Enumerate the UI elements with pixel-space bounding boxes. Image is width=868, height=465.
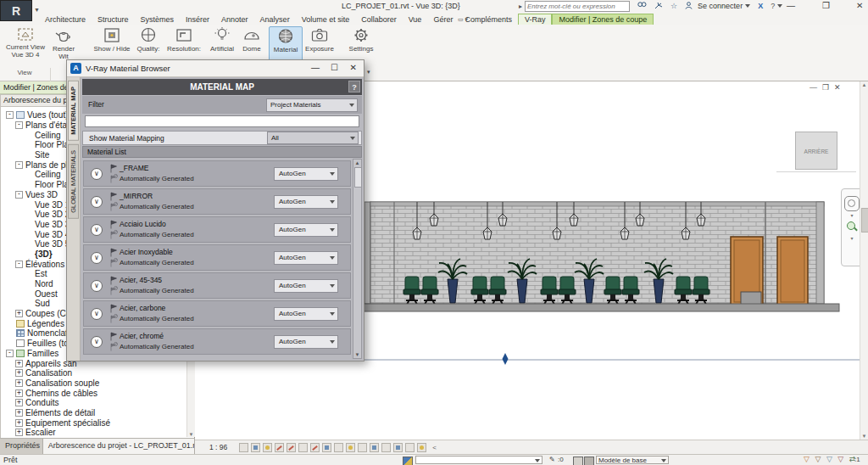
- material-assign-select[interactable]: AutoGen: [274, 307, 338, 321]
- current-view-button[interactable]: Current View Vue 3D 4: [2, 26, 49, 65]
- tree-item[interactable]: + Conduits: [3, 398, 186, 408]
- tree-expander[interactable]: +: [15, 369, 23, 377]
- dialog-close-button[interactable]: ✕: [350, 63, 357, 72]
- zoom-icon[interactable]: [847, 221, 858, 232]
- material-row[interactable]: ∨ Acciaio Lucido Automatically Generated: [83, 216, 351, 243]
- material-row[interactable]: ∨ Acier, 45-345 Automatically Generated: [83, 272, 351, 299]
- material-assign-select[interactable]: AutoGen: [274, 279, 338, 293]
- sign-in-caret[interactable]: [745, 4, 750, 8]
- app-menu-caret[interactable]: ▼: [34, 7, 40, 13]
- filter-select[interactable]: Project Materials: [266, 98, 358, 112]
- shadows-off-icon[interactable]: [275, 443, 284, 452]
- tree-item[interactable]: + Canalisation souple: [3, 378, 186, 389]
- dialog-maximize-button[interactable]: ☐: [331, 63, 338, 72]
- ribbon-tab[interactable]: Insérer: [180, 14, 215, 25]
- ribbon-tab[interactable]: Structure: [92, 14, 135, 25]
- material-assign-select[interactable]: AutoGen: [274, 223, 338, 237]
- dialog-help-button[interactable]: ?: [348, 81, 360, 92]
- canvas-scroll-up-icon[interactable]: ▲: [860, 82, 868, 87]
- tree-expander[interactable]: +: [15, 379, 23, 387]
- tree-expander[interactable]: -: [15, 191, 23, 199]
- reveal-hidden-icon[interactable]: [346, 443, 355, 452]
- filter-pinned-icon[interactable]: ▽: [826, 455, 834, 463]
- view-settings-icon[interactable]: [417, 443, 426, 452]
- tree-expander[interactable]: +: [15, 310, 23, 317]
- material-assign-select[interactable]: AutoGen: [274, 167, 338, 181]
- filter-links-icon[interactable]: ▽: [804, 455, 811, 463]
- tree-expander[interactable]: -: [15, 121, 23, 129]
- material-assign-select[interactable]: AutoGen: [274, 335, 338, 349]
- help-icon[interactable]: ?: [771, 2, 775, 10]
- exchange-apps-icon[interactable]: X: [758, 2, 763, 10]
- ribbon-tab[interactable]: Annoter: [215, 14, 254, 25]
- tree-expander[interactable]: +: [15, 399, 23, 406]
- view-window-controls[interactable]: —❐✕: [810, 83, 846, 92]
- mapping-select[interactable]: All: [267, 132, 359, 144]
- browser-tab[interactable]: Propriétés: [0, 439, 43, 455]
- tree-item[interactable]: + Escalier: [3, 428, 186, 438]
- search-flyout-arrow[interactable]: ▸: [519, 3, 522, 10]
- dialog-title-bar[interactable]: A V-Ray Material Browser — ☐ ✕: [67, 60, 364, 77]
- canvas-vertical-scrollbar[interactable]: ▲ ▼: [860, 81, 868, 440]
- constraints-icon[interactable]: [370, 443, 379, 452]
- minimize-button[interactable]: —: [787, 1, 795, 10]
- temporary-hide-icon[interactable]: [334, 443, 343, 452]
- tree-expander[interactable]: -: [15, 261, 23, 268]
- ribbon-tab[interactable]: Vue: [403, 14, 428, 25]
- visual-style-icon[interactable]: [251, 443, 260, 452]
- design-options-icon-1[interactable]: [573, 457, 583, 465]
- material-row[interactable]: ∨ _MIRROR Automatically Generated Aut: [83, 188, 351, 215]
- ribbon-tab[interactable]: Systèmes: [135, 14, 181, 25]
- tree-item[interactable]: + Canalisation: [3, 368, 186, 378]
- tree-expander[interactable]: +: [15, 389, 23, 397]
- expand-material-button[interactable]: ∨: [91, 224, 103, 236]
- design-option-select[interactable]: Modèle de base: [596, 456, 669, 464]
- select-by-face-icon[interactable]: ▽: [837, 455, 845, 463]
- maximize-button[interactable]: ❐: [822, 1, 830, 10]
- worksets-icon[interactable]: [403, 457, 413, 465]
- crop-view-icon[interactable]: [298, 443, 308, 452]
- scale-button[interactable]: 1 : 96: [209, 443, 227, 451]
- viewcube[interactable]: ARRIÈRE: [795, 132, 837, 170]
- canvas-scroll-down-icon[interactable]: ▼: [860, 434, 868, 439]
- expand-material-button[interactable]: ∨: [91, 168, 103, 180]
- analytical-icon[interactable]: [393, 443, 403, 452]
- dialog-side-tab[interactable]: MATERIAL MAP: [68, 81, 79, 141]
- unlock-view-icon[interactable]: [322, 443, 331, 452]
- expand-material-button[interactable]: ∨: [91, 252, 103, 264]
- expand-material-button[interactable]: ∨: [91, 308, 103, 320]
- browser-tab[interactable]: Arborescence du projet - LC_PROJET_01.rv…: [43, 439, 195, 455]
- sign-in-button[interactable]: Se connecter: [698, 2, 743, 10]
- tree-expander[interactable]: +: [15, 429, 23, 436]
- crop-region-icon[interactable]: [310, 443, 320, 452]
- design-options-icon-2[interactable]: [584, 457, 594, 465]
- editable-only-icon[interactable]: ✎: [549, 456, 555, 463]
- scroll-down-icon[interactable]: ▼: [187, 432, 195, 437]
- dialog-minimize-button[interactable]: —: [311, 63, 320, 72]
- tree-item[interactable]: + Equipement spécialisé: [3, 417, 186, 428]
- sun-path-icon[interactable]: [263, 443, 272, 452]
- user-icon[interactable]: [685, 2, 693, 11]
- material-search-input[interactable]: [85, 115, 359, 127]
- list-scroll-down-icon[interactable]: ▼: [353, 352, 361, 357]
- workset-select[interactable]: [415, 456, 542, 464]
- tree-expander[interactable]: -: [6, 350, 14, 357]
- expand-material-button[interactable]: ∨: [91, 336, 103, 348]
- search-input[interactable]: [525, 1, 630, 12]
- list-scroll-thumb[interactable]: [354, 167, 362, 188]
- material-row[interactable]: ∨ Acier, carbone Automatically Generated: [83, 300, 351, 327]
- tree-item[interactable]: + Eléments de détail: [3, 408, 186, 418]
- material-row[interactable]: ∨ Acier Inoxydable Automatically Generat…: [83, 244, 351, 271]
- tree-expander[interactable]: +: [15, 360, 23, 367]
- steering-wheel-icon[interactable]: [844, 196, 860, 211]
- worksharing-display-icon[interactable]: [381, 443, 391, 452]
- expand-material-button[interactable]: ∨: [91, 196, 103, 208]
- displacement-icon[interactable]: [405, 443, 415, 452]
- ribbon-tab[interactable]: Collaborer: [355, 14, 403, 25]
- ribbon-tab[interactable]: Modifier | Zones de coupe: [552, 14, 654, 25]
- list-scroll-up-icon[interactable]: ▲: [353, 160, 361, 165]
- tree-expander[interactable]: -: [15, 161, 23, 169]
- tree-expander[interactable]: +: [15, 409, 23, 417]
- panel-collapse-caret[interactable]: ▾: [367, 69, 370, 76]
- tree-expander[interactable]: +: [15, 419, 23, 427]
